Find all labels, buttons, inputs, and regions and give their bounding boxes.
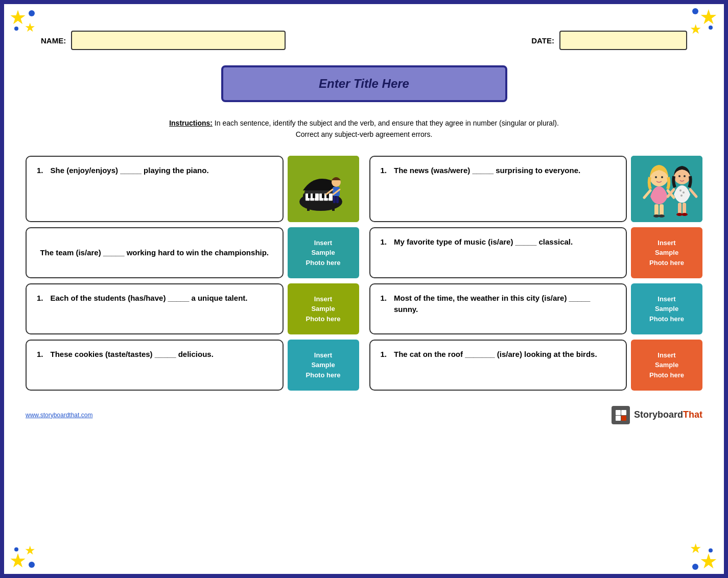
q3-left-text: Each of the students (has/have) _____ a … xyxy=(51,293,248,304)
svg-rect-46 xyxy=(621,410,626,415)
q2-left-photo: InsertSamplePhoto here xyxy=(288,227,359,278)
q3-right-photo: InsertSamplePhoto here xyxy=(631,283,702,334)
svg-point-43 xyxy=(682,213,688,216)
svg-rect-45 xyxy=(616,410,621,415)
title-container: Enter Title Here xyxy=(41,65,687,102)
name-section: NAME: xyxy=(41,31,521,50)
svg-rect-47 xyxy=(616,416,621,421)
svg-point-33 xyxy=(678,175,680,177)
name-input[interactable] xyxy=(71,31,286,50)
q4-right-number: 1. xyxy=(381,349,387,360)
svg-rect-29 xyxy=(660,204,664,215)
q4-right-photo: InsertSamplePhoto here xyxy=(631,340,702,391)
q4-right-card: 1. The cat on the roof _______ (is/are) … xyxy=(369,340,627,391)
q4-right-text: The cat on the roof _______ (is/are) loo… xyxy=(394,349,597,360)
q3-right-card: 1. Most of the time, the weather in this… xyxy=(369,283,627,334)
svg-rect-28 xyxy=(654,204,659,215)
q4-left-text: These cookies (taste/tastes) _____ delic… xyxy=(51,349,214,360)
svg-point-37 xyxy=(680,195,683,197)
svg-point-34 xyxy=(684,175,686,177)
header: NAME: DATE: xyxy=(0,0,728,60)
q2-right-number: 1. xyxy=(381,236,387,248)
instructions-label: Instructions: xyxy=(169,119,213,127)
logo-icon xyxy=(612,406,630,424)
q3-left-number: 1. xyxy=(37,293,43,304)
q3-right-number: 1. xyxy=(381,293,387,304)
svg-point-36 xyxy=(683,191,685,194)
q3-right-text: Most of the time, the weather in this ci… xyxy=(394,293,616,316)
q2-left-row: The team (is/are) _____ working hard to … xyxy=(26,227,359,278)
footer-url: www.storyboardthat.com xyxy=(26,412,92,419)
q4-right-row: 1. The cat on the roof _______ (is/are) … xyxy=(369,340,703,391)
q4-left-card: 1. These cookies (taste/tastes) _____ de… xyxy=(26,340,284,391)
q2-right-text: My favorite type of music (is/are) _____… xyxy=(394,236,573,248)
q2-left-text: The team (is/are) _____ working hard to … xyxy=(40,247,269,259)
q1-left-row: 1. She (enjoy/enjoys) _____ playing the … xyxy=(26,156,359,222)
footer: www.storyboardthat.com StoryboardThat xyxy=(0,401,728,435)
q1-left-card: 1. She (enjoy/enjoys) _____ playing the … xyxy=(26,156,284,222)
q1-right-row: 1. The news (was/were) _____ surprising … xyxy=(369,156,703,222)
q2-right-card: 1. My favorite type of music (is/are) __… xyxy=(369,227,627,278)
q3-right-row: 1. Most of the time, the weather in this… xyxy=(369,283,703,334)
q1-right-text: The news (was/were) _____ surprising to … xyxy=(394,165,580,177)
instructions-section: Instructions: In each sentence, identify… xyxy=(0,112,728,151)
svg-point-31 xyxy=(659,214,665,218)
main-grid: 1. She (enjoy/enjoys) _____ playing the … xyxy=(0,151,728,401)
svg-rect-15 xyxy=(332,203,335,211)
svg-rect-48 xyxy=(621,416,626,421)
title-box: Enter Title Here xyxy=(221,65,507,102)
svg-rect-20 xyxy=(333,196,336,203)
date-section: DATE: xyxy=(531,31,687,50)
page-title: Enter Title Here xyxy=(319,77,409,90)
instructions-text1: In each sentence, identify the subject a… xyxy=(213,119,559,127)
q3-left-card: 1. Each of the students (has/have) _____… xyxy=(26,283,284,334)
q1-right-card: 1. The news (was/were) _____ surprising … xyxy=(369,156,627,222)
q2-right-row: 1. My favorite type of music (is/are) __… xyxy=(369,227,703,278)
svg-rect-10 xyxy=(308,194,311,198)
right-column: 1. The news (was/were) _____ surprising … xyxy=(369,156,703,391)
svg-point-35 xyxy=(679,189,682,191)
date-input[interactable] xyxy=(559,31,687,50)
q1-left-photo xyxy=(288,156,359,222)
svg-rect-22 xyxy=(631,156,702,222)
q4-left-row: 1. These cookies (taste/tastes) _____ de… xyxy=(26,340,359,391)
logo-text: StoryboardThat xyxy=(634,410,702,420)
q1-right-number: 1. xyxy=(381,165,387,177)
q4-left-photo: InsertSamplePhoto here xyxy=(288,340,359,391)
left-column: 1. She (enjoy/enjoys) _____ playing the … xyxy=(26,156,359,391)
svg-rect-6 xyxy=(315,194,319,201)
q1-left-text: She (enjoy/enjoys) _____ playing the pia… xyxy=(51,165,209,177)
q2-left-card: The team (is/are) _____ working hard to … xyxy=(26,227,284,278)
q3-left-row: 1. Each of the students (has/have) _____… xyxy=(26,283,359,334)
svg-rect-12 xyxy=(322,194,324,198)
svg-rect-41 xyxy=(683,203,686,214)
q4-left-number: 1. xyxy=(37,349,43,360)
q1-right-photo xyxy=(631,156,702,222)
q1-left-number: 1. xyxy=(37,165,43,177)
footer-logo: StoryboardThat xyxy=(612,406,702,424)
svg-rect-11 xyxy=(313,194,315,198)
svg-point-24 xyxy=(655,176,657,178)
q3-left-photo: InsertSamplePhoto here xyxy=(288,283,359,334)
instructions-text2: Correct any subject-verb agreement error… xyxy=(41,129,687,140)
svg-point-25 xyxy=(661,176,663,178)
svg-rect-9 xyxy=(328,194,333,201)
svg-rect-40 xyxy=(678,203,682,214)
date-label: DATE: xyxy=(531,36,554,45)
svg-rect-14 xyxy=(307,203,310,211)
svg-rect-21 xyxy=(336,196,339,203)
q2-right-photo: InsertSamplePhoto here xyxy=(631,227,702,278)
name-label: NAME: xyxy=(41,36,66,45)
